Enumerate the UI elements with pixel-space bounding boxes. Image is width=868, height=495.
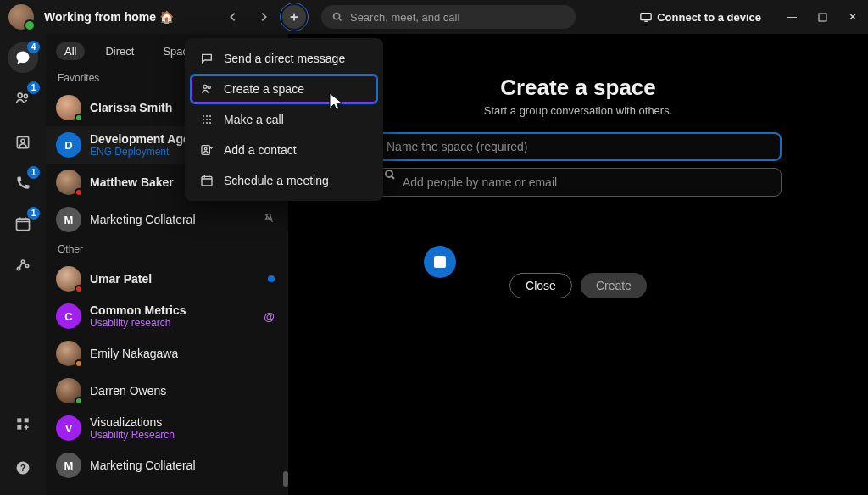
tab-all[interactable]: All <box>56 42 85 60</box>
maximize-button[interactable] <box>815 10 829 24</box>
chat-row[interactable]: M Marketing Collateral <box>46 201 288 238</box>
calendar-badge: 1 <box>27 207 40 220</box>
svg-point-24 <box>209 119 210 120</box>
new-menu: Send a direct message Create a space Mak… <box>185 38 383 201</box>
rail-apps[interactable] <box>8 409 38 439</box>
rail-teams[interactable]: 1 <box>8 83 38 114</box>
rail-calls[interactable]: 1 <box>8 168 38 198</box>
chat-name: Umar Patel <box>90 272 152 286</box>
minimize-button[interactable]: — <box>785 10 798 24</box>
apps-icon <box>14 415 31 432</box>
svg-text:?: ? <box>20 464 25 473</box>
menu-add-contact[interactable]: Add a contact <box>190 135 378 165</box>
search-placeholder: Search, meet, and call <box>350 11 459 24</box>
menu-schedule-meeting[interactable]: Schedule a meeting <box>190 165 378 196</box>
avatar-letter: C <box>64 310 72 323</box>
avatar <box>56 266 81 292</box>
window-controls: — ✕ <box>785 10 860 24</box>
chat-row[interactable]: M Marketing Collateral <box>46 447 288 484</box>
svg-point-21 <box>209 115 210 116</box>
help-icon: ? <box>14 459 31 476</box>
chat-name: Emily Nakagawa <box>90 347 178 360</box>
device-icon <box>640 11 652 23</box>
avatar: M <box>56 453 81 478</box>
avatar: D <box>56 132 81 158</box>
close-window-button[interactable]: ✕ <box>846 10 860 24</box>
presence-available-icon <box>75 114 83 122</box>
record-button[interactable] <box>424 246 456 278</box>
avatar-letter: M <box>64 214 74 226</box>
space-icon <box>200 82 214 96</box>
svg-rect-2 <box>819 14 826 21</box>
svg-point-25 <box>203 122 203 123</box>
connect-device-button[interactable]: Connect to a device <box>640 11 761 24</box>
avatar-letter: D <box>64 139 72 152</box>
svg-rect-11 <box>17 418 21 422</box>
status-label: Working from home <box>44 10 156 24</box>
menu-label: Add a contact <box>224 143 297 157</box>
svg-point-27 <box>209 122 210 123</box>
calls-badge: 1 <box>27 166 40 179</box>
menu-label: Send a direct message <box>224 52 345 65</box>
tab-direct[interactable]: Direct <box>97 42 142 60</box>
rail-chat[interactable]: 4 <box>8 42 38 73</box>
panel-title: Create a space <box>500 75 656 101</box>
menu-send-dm[interactable]: Send a direct message <box>190 43 378 74</box>
chat-row[interactable]: Darren Owens <box>46 372 288 409</box>
svg-point-3 <box>18 93 22 97</box>
message-icon <box>200 52 214 65</box>
svg-point-26 <box>206 122 207 123</box>
chat-row[interactable]: V Visualizations Usability Research <box>46 409 288 447</box>
self-avatar[interactable] <box>8 4 34 30</box>
avatar <box>56 378 81 403</box>
section-other: Other <box>46 238 288 260</box>
forward-button[interactable] <box>252 5 275 29</box>
rail-calendar[interactable]: 1 <box>8 209 38 239</box>
mention-icon: @ <box>264 310 275 323</box>
presence-dnd-icon <box>75 188 83 197</box>
avatar <box>56 95 81 120</box>
search-icon <box>331 11 343 23</box>
avatar <box>56 170 81 195</box>
chat-name: Darren Owens <box>90 384 166 398</box>
add-contact-icon <box>200 143 214 157</box>
svg-rect-1 <box>641 14 651 20</box>
chat-subtitle: Usability research <box>90 317 186 329</box>
svg-rect-7 <box>17 219 30 230</box>
svg-point-4 <box>24 94 27 97</box>
back-button[interactable] <box>221 5 245 29</box>
presence-available-icon <box>75 397 83 405</box>
teams-badge: 1 <box>27 81 40 94</box>
search-icon <box>383 168 397 181</box>
self-status[interactable]: Working from home 🏠 <box>44 10 174 24</box>
svg-point-17 <box>203 85 207 88</box>
global-search[interactable]: Search, meet, and call <box>321 5 576 29</box>
avatar: M <box>56 207 81 232</box>
svg-point-20 <box>206 115 207 116</box>
create-button[interactable]: Create <box>581 273 647 298</box>
avatar-letter: V <box>65 422 73 435</box>
nav-rail: 4 1 1 1 ? <box>0 34 46 495</box>
menu-make-call[interactable]: Make a call <box>190 104 378 135</box>
chat-row[interactable]: Emily Nakagawa <box>46 335 288 372</box>
presence-away-icon <box>75 359 83 368</box>
menu-label: Schedule a meeting <box>224 174 329 187</box>
svg-point-6 <box>21 139 25 142</box>
avatar-letter: M <box>64 459 74 472</box>
chat-name: Marketing Collateral <box>90 459 196 472</box>
rail-contacts[interactable] <box>8 127 38 158</box>
close-button[interactable]: Close <box>509 273 572 298</box>
chat-row[interactable]: Umar Patel <box>46 260 288 298</box>
add-people-input[interactable] <box>375 168 782 197</box>
svg-point-22 <box>203 119 203 120</box>
new-button[interactable] <box>282 5 306 29</box>
svg-point-19 <box>203 115 203 116</box>
space-name-input[interactable] <box>375 132 782 161</box>
rail-activity[interactable] <box>8 249 38 280</box>
chat-row[interactable]: C Common Metrics Usability research @ <box>46 298 288 335</box>
status-emoji: 🏠 <box>159 10 174 24</box>
menu-label: Create a space <box>224 82 304 96</box>
rail-help[interactable]: ? <box>8 453 38 483</box>
menu-create-space[interactable]: Create a space <box>190 74 378 104</box>
chat-name: Visualizations <box>90 415 175 429</box>
